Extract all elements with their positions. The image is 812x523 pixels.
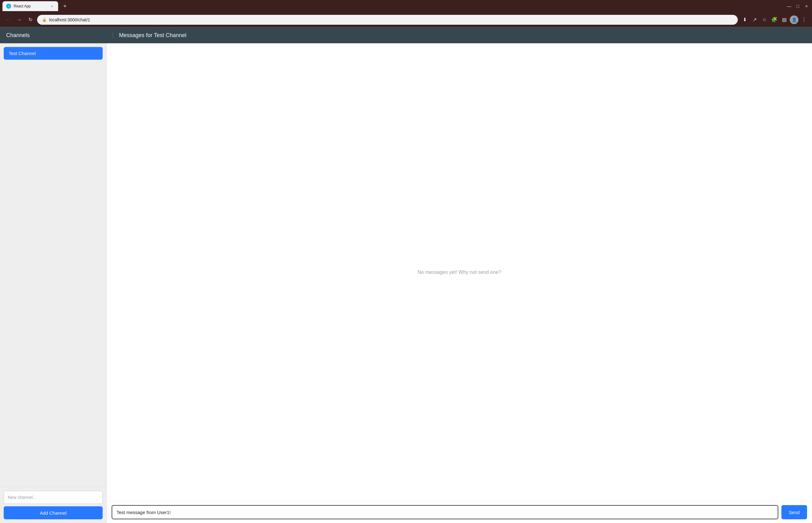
channel-item[interactable]: Test Channel xyxy=(4,47,103,60)
channel-list: Test Channel xyxy=(0,43,106,487)
channels-header: Channels xyxy=(6,32,113,39)
close-button[interactable]: × xyxy=(804,4,810,8)
profile-button[interactable]: 👤 xyxy=(790,16,798,24)
add-channel-button[interactable]: Add Channel xyxy=(4,506,103,519)
nav-bar: ← → ↻ 🔒 localhost:3000/chat/1 ⬇ ↗ ☆ 🧩 ▤ … xyxy=(0,12,812,27)
messages-area: No messages yet! Why not send one? Send xyxy=(107,43,812,523)
forward-button[interactable]: → xyxy=(15,16,23,24)
tab-close-button[interactable]: × xyxy=(50,4,54,8)
address-bar[interactable]: 🔒 localhost:3000/chat/1 xyxy=(37,15,738,25)
new-channel-input[interactable] xyxy=(4,491,103,504)
new-tab-button[interactable]: + xyxy=(60,2,69,11)
tab-favicon: ⚛ xyxy=(6,4,11,8)
back-button[interactable]: ← xyxy=(4,16,12,24)
minimize-button[interactable]: — xyxy=(786,4,792,8)
app-content: Channels Messages for Test Channel Test … xyxy=(0,27,812,523)
maximize-button[interactable]: □ xyxy=(795,4,801,8)
message-input-area: Send xyxy=(107,501,812,523)
menu-button[interactable]: ⋮ xyxy=(800,16,808,24)
browser-tab[interactable]: ⚛ React App × xyxy=(2,1,58,11)
app-header: Channels Messages for Test Channel xyxy=(0,27,812,43)
reader-icon[interactable]: ▤ xyxy=(780,16,789,24)
bookmark-icon[interactable]: ☆ xyxy=(760,16,769,24)
tab-title: React App xyxy=(14,4,47,8)
address-text: localhost:3000/chat/1 xyxy=(49,17,733,22)
nav-actions: ⬇ ↗ ☆ 🧩 ▤ 👤 ⋮ xyxy=(740,16,808,24)
share-icon[interactable]: ↗ xyxy=(750,16,759,24)
browser-window: ⚛ React App × + — □ × ← → ↻ 🔒 localhost:… xyxy=(0,0,812,523)
main-layout: Test Channel Add Channel No messages yet… xyxy=(0,43,812,523)
send-button[interactable]: Send xyxy=(781,505,807,519)
extension-icon[interactable]: 🧩 xyxy=(770,16,779,24)
sidebar-footer: Add Channel xyxy=(0,487,106,523)
downloads-icon[interactable]: ⬇ xyxy=(740,16,749,24)
message-input[interactable] xyxy=(112,505,778,519)
lock-icon: 🔒 xyxy=(42,18,47,22)
sidebar: Test Channel Add Channel xyxy=(0,43,107,523)
title-bar: ⚛ React App × + — □ × xyxy=(0,0,812,12)
window-controls: — □ × xyxy=(786,4,810,8)
messages-header: Messages for Test Channel xyxy=(113,32,806,39)
messages-list: No messages yet! Why not send one? xyxy=(107,43,812,501)
no-messages-text: No messages yet! Why not send one? xyxy=(418,270,501,275)
refresh-button[interactable]: ↻ xyxy=(26,16,35,24)
